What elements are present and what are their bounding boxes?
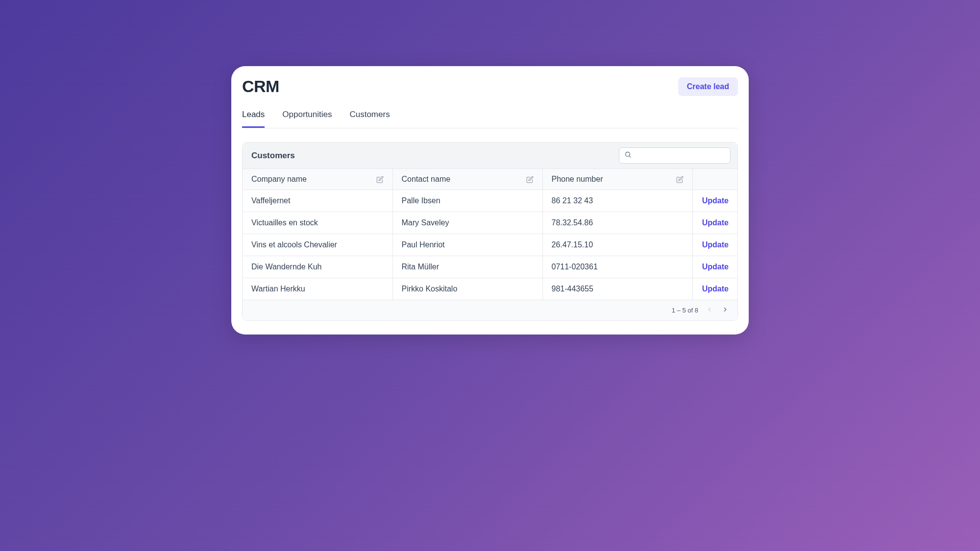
table-row: Vaffeljernet Palle Ibsen 86 21 32 43 Upd… [243,190,737,212]
customers-table-wrap: Customers Company name [242,142,738,321]
header-row: CRM Create lead [242,77,738,96]
tabs: Leads Opportunities Customers [242,110,738,128]
table-title: Customers [251,151,295,161]
chevron-left-icon [706,306,713,314]
create-lead-button[interactable]: Create lead [678,77,738,96]
search-input[interactable] [636,152,725,160]
table-body: Vaffeljernet Palle Ibsen 86 21 32 43 Upd… [243,190,737,300]
prev-page-button[interactable] [705,305,714,315]
col-header-contact[interactable]: Contact name [392,169,542,190]
table-row: Vins et alcools Chevalier Paul Henriot 2… [243,234,737,256]
pagination-text: 1 – 5 of 8 [672,307,698,314]
col-header-actions [692,169,737,190]
update-button[interactable]: Update [702,285,729,293]
crm-card: CRM Create lead Leads Opportunities Cust… [231,66,749,335]
cell-phone: 86 21 32 43 [542,190,692,212]
cell-company: Victuailles en stock [243,212,392,234]
cell-company: Wartian Herkku [243,278,392,300]
cell-contact: Mary Saveley [392,212,542,234]
tab-leads[interactable]: Leads [242,110,265,128]
table-row: Victuailles en stock Mary Saveley 78.32.… [243,212,737,234]
cell-company: Vins et alcools Chevalier [243,234,392,256]
tab-opportunities[interactable]: Opportunities [282,110,332,128]
cell-contact: Paul Henriot [392,234,542,256]
svg-line-1 [629,156,631,157]
edit-icon[interactable] [376,176,384,183]
page-title: CRM [242,77,279,96]
col-header-company[interactable]: Company name [243,169,392,190]
edit-icon[interactable] [676,176,684,183]
table-row: Die Wandernde Kuh Rita Müller 0711-02036… [243,256,737,278]
cell-phone: 78.32.54.86 [542,212,692,234]
update-button[interactable]: Update [702,218,729,227]
update-button[interactable]: Update [702,196,729,205]
next-page-button[interactable] [721,305,730,315]
customers-table: Company name Contact name [243,169,737,300]
cell-company: Die Wandernde Kuh [243,256,392,278]
cell-contact: Pirkko Koskitalo [392,278,542,300]
cell-company: Vaffeljernet [243,190,392,212]
search-icon [624,151,632,160]
col-header-phone[interactable]: Phone number [542,169,692,190]
update-button[interactable]: Update [702,240,729,249]
cell-contact: Palle Ibsen [392,190,542,212]
tab-customers[interactable]: Customers [349,110,390,128]
table-footer: 1 – 5 of 8 [243,300,737,320]
col-header-phone-label: Phone number [552,175,603,184]
table-row: Wartian Herkku Pirkko Koskitalo 981-4436… [243,278,737,300]
cell-phone: 0711-020361 [542,256,692,278]
col-header-company-label: Company name [251,175,307,184]
update-button[interactable]: Update [702,263,729,271]
search-box[interactable] [619,147,731,164]
chevron-right-icon [722,306,729,314]
col-header-contact-label: Contact name [402,175,451,184]
table-header-row: Company name Contact name [243,169,737,190]
cell-contact: Rita Müller [392,256,542,278]
table-toolbar: Customers [243,143,737,169]
cell-phone: 26.47.15.10 [542,234,692,256]
edit-icon[interactable] [526,176,534,183]
cell-phone: 981-443655 [542,278,692,300]
